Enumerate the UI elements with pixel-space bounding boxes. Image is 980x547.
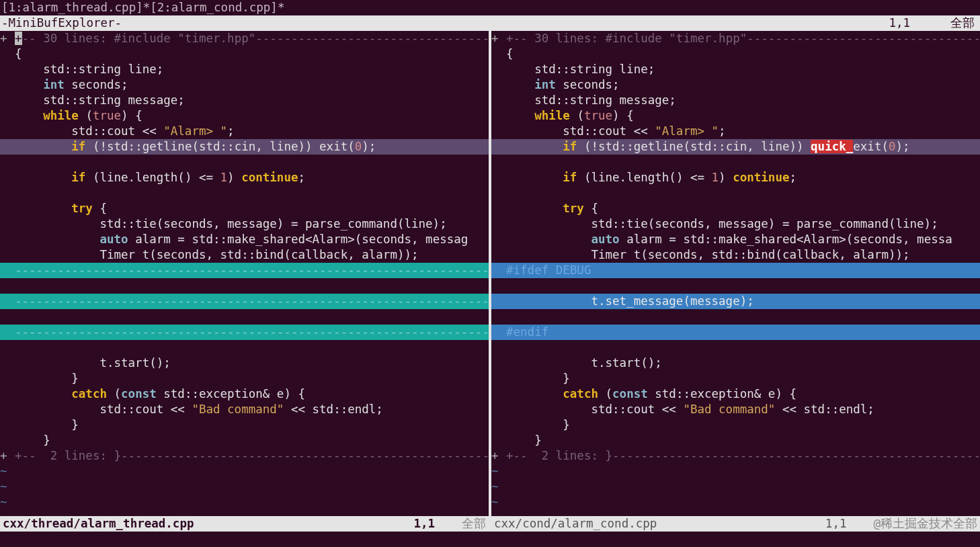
left-percent: 全部 xyxy=(462,516,489,532)
diff-filler-2: ----------------------------------------… xyxy=(0,294,489,309)
minibuf-percent: 全部 xyxy=(950,15,980,31)
minibuf-position: 1,1 xyxy=(889,15,950,31)
minibuf-label: -MiniBufExplorer- xyxy=(0,15,122,31)
right-statusline: cxx/cond/alarm_cond.cpp 1,1 @稀土掘金技术全部 xyxy=(491,516,980,532)
right-code[interactable]: + +-- 30 lines: #include "timer.hpp" { s… xyxy=(491,31,980,532)
buffer-tabline[interactable]: [1:alarm_thread.cpp]*[2:alarm_cond.cpp]* xyxy=(0,0,980,15)
left-cursor-pos: 1,1 xyxy=(413,516,462,532)
right-pane[interactable]: + +-- 30 lines: #include "timer.hpp" { s… xyxy=(491,31,980,532)
diff-add-endif: #endif xyxy=(491,325,980,340)
diff-add-setmsg: t.set_message(message); xyxy=(491,294,980,309)
diff-change-line-right: if (!std::getline(std::cin, line)) quick… xyxy=(491,139,980,155)
fold-header-right[interactable]: 30 lines: #include "timer.hpp" xyxy=(534,32,747,45)
fold-footer-right[interactable]: 2 lines: } xyxy=(542,449,612,462)
diff-filler-3: ----------------------------------------… xyxy=(0,325,489,340)
diff-split-container: + +-- 30 lines: #include "timer.hpp" { s… xyxy=(0,31,980,532)
diff-change-line-left: if (!std::getline(std::cin, line)) exit(… xyxy=(0,139,489,155)
right-filename: cxx/cond/alarm_cond.cpp xyxy=(491,516,657,532)
minibuf-explorer-bar: -MiniBufExplorer- 1,1 全部 xyxy=(0,15,980,31)
left-filename: cxx/thread/alarm_thread.cpp xyxy=(0,516,194,532)
left-pane[interactable]: + +-- 30 lines: #include "timer.hpp" { s… xyxy=(0,31,489,532)
left-statusline: cxx/thread/alarm_thread.cpp 1,1 全部 xyxy=(0,516,489,532)
left-code[interactable]: + +-- 30 lines: #include "timer.hpp" { s… xyxy=(0,31,489,532)
right-cursor-pos: 1,1 xyxy=(825,516,874,532)
diff-filler-1: ----------------------------------------… xyxy=(0,263,489,278)
diff-added-text: quick_ xyxy=(811,140,853,153)
empty-line-marker: ~ xyxy=(0,464,7,478)
fold-footer-left[interactable]: 2 lines: } xyxy=(50,449,121,462)
watermark-text: @稀土掘金技术全部 xyxy=(873,516,980,532)
diff-add-ifdef: #ifdef DEBUG xyxy=(491,263,980,278)
fold-header-left[interactable]: 30 lines: #include "timer.hpp" xyxy=(43,32,255,45)
